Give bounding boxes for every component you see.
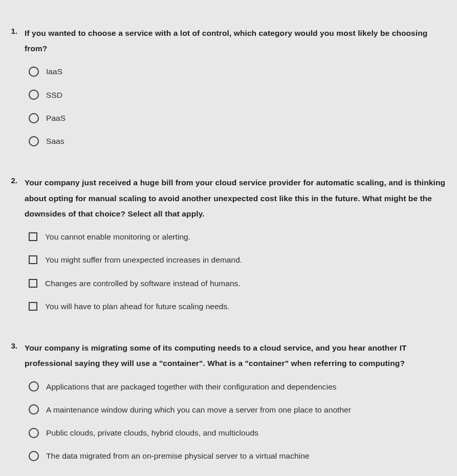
radio-icon [29, 136, 39, 146]
question-text: Your company is migrating some of its co… [25, 340, 447, 371]
radio-option[interactable]: A maintenance window during which you ca… [29, 404, 457, 416]
radio-icon [29, 404, 39, 415]
options-list: Applications that are packaged together … [0, 381, 457, 462]
option-label: Applications that are packaged together … [46, 381, 337, 393]
checkbox-icon [29, 232, 37, 241]
question-block-1: 1. If you wanted to choose a service wit… [0, 26, 457, 147]
checkbox-option[interactable]: Changes are controlled by software inste… [29, 277, 457, 289]
question-number: 2. [0, 175, 25, 187]
option-label: You will have to plan ahead for future s… [45, 300, 230, 312]
option-label: A maintenance window during which you ca… [46, 404, 351, 416]
radio-option[interactable]: SSD [29, 89, 457, 101]
question-text: Your company just received a huge bill f… [25, 175, 447, 222]
radio-option[interactable]: Saas [29, 135, 457, 147]
checkbox-option[interactable]: You might suffer from unexpected increas… [29, 254, 457, 266]
option-label: You might suffer from unexpected increas… [45, 254, 242, 266]
option-label: SSD [46, 89, 62, 101]
question-row: 3. Your company is migrating some of its… [0, 340, 457, 371]
radio-icon [29, 113, 39, 123]
options-list: You cannot enable monitoring or alerting… [0, 231, 457, 312]
question-block-2: 2. Your company just received a huge bil… [0, 175, 457, 312]
radio-icon [29, 381, 39, 392]
checkbox-option[interactable]: You will have to plan ahead for future s… [29, 300, 457, 312]
option-label: You cannot enable monitoring or alerting… [45, 231, 190, 243]
option-label: Changes are controlled by software inste… [45, 277, 241, 289]
options-list: IaaS SSD PaaS Saas [0, 66, 457, 147]
checkbox-icon [29, 279, 37, 288]
option-label: Saas [46, 135, 64, 147]
checkbox-icon [29, 302, 37, 311]
question-number: 1. [0, 26, 25, 37]
radio-icon [29, 451, 39, 461]
option-label: Public clouds, private clouds, hybrid cl… [46, 427, 258, 439]
radio-icon [29, 428, 39, 438]
radio-icon [29, 90, 39, 100]
question-row: 1. If you wanted to choose a service wit… [0, 26, 457, 56]
radio-option[interactable]: PaaS [29, 112, 457, 124]
radio-option[interactable]: Applications that are packaged together … [29, 381, 457, 393]
option-label: The data migrated from an on-premise phy… [46, 450, 310, 462]
radio-option[interactable]: The data migrated from an on-premise phy… [29, 450, 457, 462]
question-row: 2. Your company just received a huge bil… [0, 175, 457, 222]
checkbox-option[interactable]: You cannot enable monitoring or alerting… [29, 231, 457, 243]
radio-icon [29, 67, 39, 77]
radio-option[interactable]: IaaS [29, 66, 457, 77]
question-number: 3. [0, 340, 25, 352]
checkbox-icon [29, 255, 37, 264]
question-text: If you wanted to choose a service with a… [25, 26, 447, 56]
option-label: IaaS [46, 66, 62, 77]
question-block-3: 3. Your company is migrating some of its… [0, 340, 457, 462]
option-label: PaaS [46, 112, 66, 124]
radio-option[interactable]: Public clouds, private clouds, hybrid cl… [29, 427, 457, 439]
